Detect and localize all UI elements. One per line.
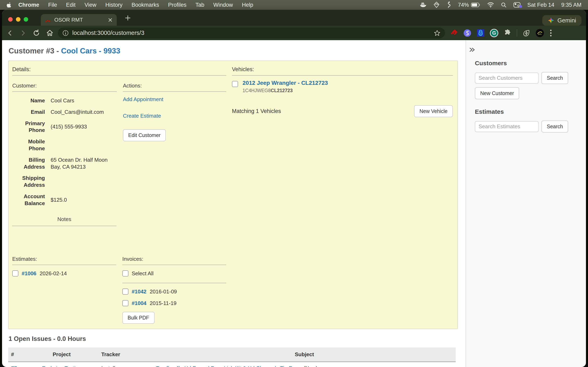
tab-close-icon[interactable] <box>108 17 113 22</box>
zoom-window-button[interactable] <box>24 17 28 22</box>
invoice-link[interactable]: #1004 <box>132 300 146 307</box>
wifi-icon[interactable] <box>487 2 494 8</box>
battery-icon <box>471 2 480 7</box>
docker-whale-icon[interactable] <box>420 2 426 8</box>
field-row-account-balance: Account Balance $125.0 <box>12 191 117 209</box>
field-label: Name <box>12 95 45 106</box>
menu-file[interactable]: File <box>44 2 62 8</box>
field-label: Mobile Phone <box>12 136 45 154</box>
vehicle-checkbox[interactable] <box>232 81 238 87</box>
right-sidebar: Customers Search New Customer Estimates … <box>466 40 586 367</box>
menubar-date[interactable]: Sat Feb 14 <box>527 2 554 8</box>
bulk-pdf-button[interactable]: Bulk PDF <box>122 312 155 324</box>
col-header-id: # <box>8 347 25 362</box>
menubar-time[interactable]: 9:35 AM <box>561 2 581 8</box>
menu-chrome[interactable]: Chrome <box>14 2 44 8</box>
site-info-icon[interactable] <box>62 30 69 36</box>
address-bar[interactable]: localhost:3000/customers/3 <box>58 27 445 38</box>
col-header-subject: Subject <box>153 347 456 362</box>
profile-avatar[interactable] <box>536 29 544 37</box>
field-row-billing-address: Billing Address 65 Ocean Dr. Half Moon B… <box>12 154 117 173</box>
issue-subject-link[interactable]: Teraflex Jk: Hd Forged Drag Link Kit & H… <box>156 365 300 367</box>
url-text[interactable]: localhost:3000/customers/3 <box>72 30 430 36</box>
invoice-checkbox[interactable] <box>122 289 129 295</box>
field-row-email: Email Cool_Cars@intuit.com <box>12 106 117 118</box>
customer-details-panel: Details: Customer: Name Cool Cars Email <box>8 60 458 329</box>
extension-lock-icon[interactable]: @ <box>477 29 484 37</box>
invoice-link[interactable]: #1042 <box>132 289 146 295</box>
menu-help[interactable]: Help <box>237 2 258 8</box>
search-estimates-input[interactable] <box>475 121 539 132</box>
edit-customer-button[interactable]: Edit Customer <box>123 129 166 141</box>
toolbar-divider <box>517 29 517 37</box>
extension-purple-clip-icon[interactable] <box>463 29 471 37</box>
new-customer-button[interactable]: New Customer <box>475 87 519 99</box>
extension-grammarly-icon[interactable]: G <box>490 29 498 37</box>
sidebar-estimates-heading: Estimates <box>475 108 581 115</box>
svg-text:@: @ <box>479 32 482 35</box>
menu-bookmarks[interactable]: Bookmarks <box>127 2 164 8</box>
customer-heading: Customer: <box>12 83 117 92</box>
issue-project-link[interactable]: Redmine Testing <box>42 365 81 367</box>
pin-icon[interactable] <box>433 2 440 8</box>
apple-icon[interactable] <box>7 2 12 8</box>
matching-vehicles-text: Matching 1 Vehicles <box>232 108 281 114</box>
gemini-label: Gemini <box>557 17 576 24</box>
issue-tracker: Install <box>98 362 153 367</box>
battery-percent: 74% <box>458 2 469 8</box>
collapse-sidebar-icon[interactable] <box>469 47 586 53</box>
field-value: $125.0 <box>45 194 117 206</box>
minimize-window-button[interactable] <box>16 17 20 22</box>
gemini-button[interactable]: Gemini <box>542 15 581 26</box>
create-estimate-link[interactable]: Create Estimate <box>123 113 226 119</box>
forward-icon[interactable] <box>20 30 26 36</box>
close-window-button[interactable] <box>8 17 13 22</box>
extensions-puzzle-icon[interactable] <box>504 29 511 37</box>
vin-prefix: 1C4HJWEG8 <box>242 88 271 93</box>
browser-menu-dots-icon[interactable] <box>549 29 552 37</box>
menu-history[interactable]: History <box>101 2 127 8</box>
invoice-item: #1004 2015-11-19 <box>122 300 226 307</box>
issues-header-row: # Project Tracker Subject <box>8 347 456 362</box>
seahorse-icon[interactable] <box>447 1 451 8</box>
col-header-project: Project <box>25 347 98 362</box>
menu-edit[interactable]: Edit <box>62 2 80 8</box>
menu-view[interactable]: View <box>80 2 101 8</box>
reload-icon[interactable] <box>33 29 40 37</box>
search-customers-input[interactable] <box>475 73 539 83</box>
invoice-checkbox[interactable] <box>122 300 129 306</box>
menu-tab[interactable]: Tab <box>191 2 209 8</box>
menu-window[interactable]: Window <box>209 2 237 8</box>
gemini-sparkle-icon <box>548 17 554 24</box>
search-customers-button[interactable]: Search <box>541 72 568 84</box>
vehicle-item: 2012 Jeep Wrangler - CL212723 1C4HJWEG8C… <box>232 80 453 93</box>
select-all-label: Select All <box>132 270 154 277</box>
issue-id-link[interactable]: 77 <box>11 365 17 367</box>
details-half: Details: Customer: Name Cool Cars Email <box>12 64 226 324</box>
battery-status[interactable]: 74% <box>458 2 480 8</box>
add-appointment-link[interactable]: Add Appointment <box>123 96 226 103</box>
bookmark-star-icon[interactable] <box>434 30 440 36</box>
browser-toolbar: localhost:3000/customers/3 @ G <box>2 26 586 40</box>
estimate-checkbox[interactable] <box>12 270 18 276</box>
home-icon[interactable] <box>46 29 53 37</box>
estimate-link[interactable]: #1006 <box>22 270 36 277</box>
details-heading: Details: <box>12 66 226 76</box>
new-tab-button[interactable] <box>125 15 131 21</box>
back-icon[interactable] <box>7 30 13 36</box>
spotlight-search-icon[interactable] <box>501 2 507 8</box>
energy-saver-icon[interactable] <box>522 29 530 37</box>
field-label: Email <box>12 106 45 118</box>
control-center-icon[interactable] <box>513 2 520 8</box>
menu-profiles[interactable]: Profiles <box>164 2 191 8</box>
new-vehicle-button[interactable]: New Vehicle <box>414 105 453 117</box>
field-value <box>45 173 117 191</box>
main-column: Customer #3 - Cool Cars - 9933 Details: … <box>2 40 466 367</box>
customer-name-link[interactable]: Cool Cars - 9933 <box>61 47 120 55</box>
extension-red-diamond-icon[interactable] <box>450 29 458 37</box>
select-all-checkbox[interactable] <box>122 270 129 276</box>
vehicle-link[interactable]: 2012 Jeep Wrangler - CL212723 <box>242 80 328 86</box>
field-label: Account Balance <box>12 191 45 209</box>
search-estimates-button[interactable]: Search <box>541 120 568 133</box>
browser-tab[interactable]: OSOR RMT <box>41 14 117 26</box>
